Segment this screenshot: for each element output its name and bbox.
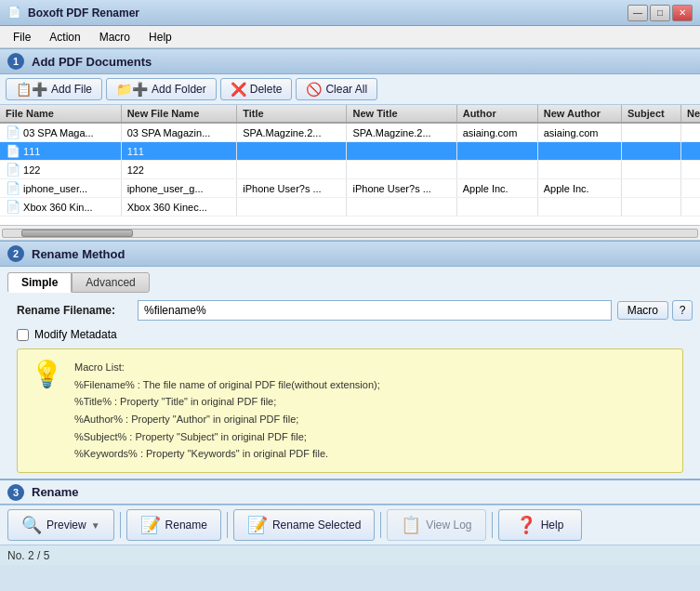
file-table-container[interactable]: File Name New File Name Title New Title … bbox=[0, 105, 700, 226]
separator-3 bbox=[380, 512, 381, 538]
macro-line-1: %Filename% : The file name of original P… bbox=[74, 379, 380, 390]
rename-label: Rename bbox=[165, 519, 207, 532]
menu-help[interactable]: Help bbox=[139, 29, 181, 46]
table-cell: Xbox 360 Kinec... bbox=[121, 198, 237, 217]
view-log-button[interactable]: 📋 View Log bbox=[387, 509, 485, 541]
table-cell bbox=[680, 198, 700, 217]
table-cell: 📄 iphone_user... bbox=[0, 179, 121, 198]
table-cell: Apple Inc. bbox=[537, 179, 621, 198]
table-cell bbox=[237, 198, 347, 217]
help-icon: ❓ bbox=[516, 515, 536, 535]
table-cell bbox=[680, 123, 700, 142]
table-cell bbox=[347, 198, 456, 217]
table-row[interactable]: 📄 111111 bbox=[0, 142, 700, 161]
table-cell: Apple Inc. bbox=[456, 179, 537, 198]
bulb-icon: 💡 bbox=[31, 359, 63, 389]
tabs-container: Simple Advanced bbox=[7, 272, 693, 293]
table-cell: 03 SPA Magazin... bbox=[121, 123, 237, 142]
rename-method-section: Simple Advanced Rename Filename: Macro ?… bbox=[0, 267, 700, 479]
tab-simple[interactable]: Simple bbox=[7, 272, 72, 293]
add-file-icon: 📋➕ bbox=[16, 82, 47, 97]
table-cell bbox=[347, 161, 456, 179]
section3-header: 3 Rename bbox=[0, 479, 700, 505]
col-new-author: New Author bbox=[537, 105, 621, 123]
separator-4 bbox=[492, 512, 493, 538]
rename-selected-icon: 📝 bbox=[247, 515, 268, 535]
clear-all-label: Clear All bbox=[325, 83, 367, 96]
separator-1 bbox=[120, 512, 121, 538]
horizontal-scrollbar[interactable] bbox=[0, 226, 700, 241]
section2-header: 2 Rename Method bbox=[0, 241, 700, 267]
macro-info-box: 💡 Macro List: %Filename% : The file name… bbox=[17, 348, 683, 473]
preview-button[interactable]: 🔍 Preview ▼ bbox=[7, 509, 114, 541]
section2-number: 2 bbox=[7, 245, 24, 262]
macro-line-5: %Keywords% : Property "Keywords" in orig… bbox=[74, 448, 328, 459]
table-row[interactable]: 📄 Xbox 360 Kin...Xbox 360 Kinec... bbox=[0, 198, 700, 217]
menu-bar: File Action Macro Help bbox=[0, 26, 700, 48]
menu-macro[interactable]: Macro bbox=[90, 29, 139, 46]
col-filename: File Name bbox=[0, 105, 121, 123]
app-icon: 📄 bbox=[7, 6, 22, 20]
add-folder-button[interactable]: 📁➕ Add Folder bbox=[106, 78, 217, 100]
delete-button[interactable]: ❌ Delete bbox=[220, 78, 293, 100]
view-log-icon: 📋 bbox=[401, 515, 421, 535]
clear-all-icon: 🚫 bbox=[306, 82, 322, 97]
separator-2 bbox=[227, 512, 228, 538]
table-cell: 111 bbox=[121, 142, 237, 161]
clear-all-button[interactable]: 🚫 Clear All bbox=[296, 78, 377, 100]
maximize-button[interactable]: □ bbox=[650, 5, 670, 21]
table-cell: asiaing.com bbox=[456, 123, 537, 142]
help-question-button[interactable]: ? bbox=[672, 300, 693, 321]
macro-line-3: %Author% : Property "Author" in original… bbox=[74, 414, 298, 425]
help-button[interactable]: ❓ Help bbox=[498, 509, 582, 541]
table-cell: iphone_user_g... bbox=[121, 179, 237, 198]
table-cell bbox=[680, 142, 700, 161]
col-new-title: New Title bbox=[347, 105, 456, 123]
preview-icon: 🔍 bbox=[21, 515, 42, 535]
table-cell: 📄 Xbox 360 Kin... bbox=[0, 198, 121, 217]
macro-line-4: %Subject% : Property "Subject" in origin… bbox=[74, 431, 307, 442]
menu-action[interactable]: Action bbox=[40, 29, 89, 46]
table-cell bbox=[237, 161, 347, 179]
table-cell bbox=[456, 142, 537, 161]
table-cell: 122 bbox=[121, 161, 237, 179]
view-log-label: View Log bbox=[426, 519, 471, 532]
hscroll-thumb[interactable] bbox=[21, 230, 133, 237]
close-button[interactable]: ✕ bbox=[672, 5, 693, 21]
section1-number: 1 bbox=[7, 53, 24, 70]
col-new-subject: New S... bbox=[680, 105, 700, 123]
table-cell: asiaing.com bbox=[537, 123, 621, 142]
table-cell: iPhone User?s ... bbox=[347, 179, 456, 198]
rename-selected-button[interactable]: 📝 Rename Selected bbox=[233, 509, 375, 541]
table-row[interactable]: 📄 122122 bbox=[0, 161, 700, 179]
section2-title: Rename Method bbox=[32, 247, 125, 261]
macro-button[interactable]: Macro bbox=[617, 301, 668, 320]
tab-advanced[interactable]: Advanced bbox=[72, 272, 149, 293]
file-table: File Name New File Name Title New Title … bbox=[0, 105, 700, 217]
table-row[interactable]: 📄 iphone_user...iphone_user_g...iPhone U… bbox=[0, 179, 700, 198]
col-title: Title bbox=[237, 105, 347, 123]
rename-filename-label: Rename Filename: bbox=[17, 304, 138, 317]
delete-icon: ❌ bbox=[231, 82, 246, 97]
app-title: Boxoft PDF Renamer bbox=[28, 7, 627, 20]
menu-file[interactable]: File bbox=[4, 29, 40, 46]
bottom-toolbar: 🔍 Preview ▼ 📝 Rename 📝 Rename Selected 📋… bbox=[0, 505, 700, 545]
section3-number: 3 bbox=[7, 484, 24, 501]
preview-dropdown-arrow[interactable]: ▼ bbox=[91, 520, 100, 531]
modify-metadata-checkbox[interactable] bbox=[17, 329, 29, 341]
minimize-button[interactable]: — bbox=[627, 5, 648, 21]
add-toolbar: 📋➕ Add File 📁➕ Add Folder ❌ Delete 🚫 Cle… bbox=[0, 74, 700, 105]
table-cell bbox=[621, 161, 680, 179]
table-cell: 📄 03 SPA Maga... bbox=[0, 123, 121, 142]
rename-filename-input[interactable] bbox=[138, 300, 612, 321]
hscroll-track[interactable] bbox=[2, 229, 698, 238]
table-cell bbox=[237, 142, 347, 161]
preview-label: Preview bbox=[46, 519, 86, 532]
modify-metadata-row: Modify Metadata bbox=[7, 328, 693, 341]
rename-button[interactable]: 📝 Rename bbox=[126, 509, 221, 541]
table-cell: iPhone User?s ... bbox=[237, 179, 347, 198]
table-row[interactable]: 📄 03 SPA Maga...03 SPA Magazin...SPA.Mag… bbox=[0, 123, 700, 142]
table-cell: SPA.Magzine.2... bbox=[347, 123, 456, 142]
table-cell bbox=[621, 123, 680, 142]
add-file-button[interactable]: 📋➕ Add File bbox=[6, 78, 102, 100]
